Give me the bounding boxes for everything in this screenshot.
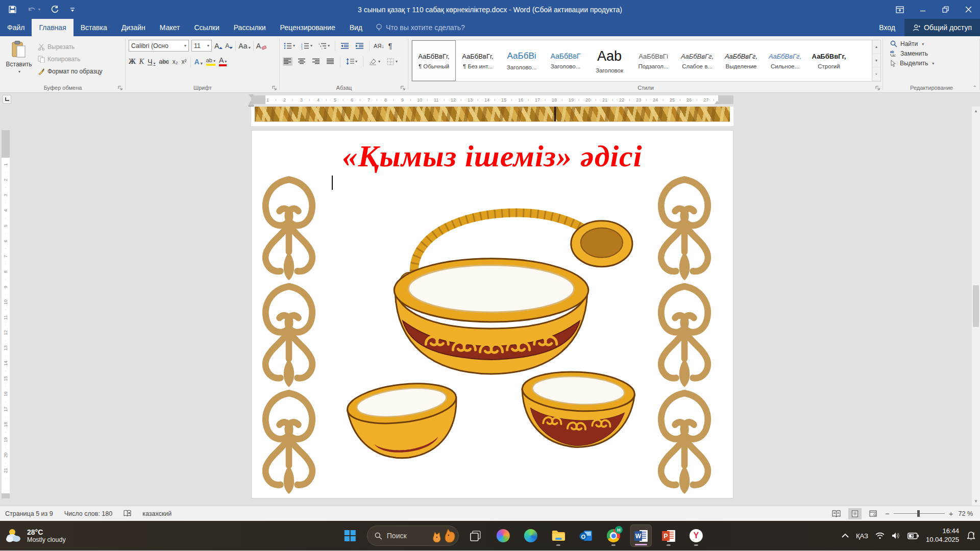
cut-button[interactable]: Вырезать: [38, 42, 103, 52]
decrease-indent-button[interactable]: [339, 41, 350, 51]
scroll-down-button[interactable]: ▼: [972, 497, 980, 506]
style-heading1[interactable]: АаБбВіЗаголово...: [500, 40, 544, 81]
paragraph-dialog-launcher[interactable]: [401, 86, 406, 91]
format-painter-button[interactable]: Формат по образцу: [38, 66, 103, 77]
language-indicator[interactable]: казахский: [142, 510, 172, 517]
zoom-thumb[interactable]: [917, 510, 920, 517]
customize-qat-button[interactable]: [69, 7, 76, 13]
style-emphasis[interactable]: АаБбВвГг,Выделение: [719, 40, 763, 81]
taskbar-app-copilot[interactable]: [493, 524, 514, 547]
tab-selector[interactable]: [3, 95, 11, 104]
style-strong[interactable]: АаБбВвГг,Строгий: [807, 40, 851, 81]
tab-review[interactable]: Рецензирование: [273, 19, 342, 36]
horizontal-ruler[interactable]: 1· ı ·2· ı ·3· ı ·4· ı ·5· ı ·6· ı ·7· ı…: [251, 95, 733, 104]
clipboard-dialog-launcher[interactable]: [118, 86, 123, 91]
right-indent-marker[interactable]: [715, 101, 720, 104]
taskbar-search[interactable]: Поиск: [367, 525, 459, 546]
battery-icon[interactable]: [908, 533, 919, 539]
strikethrough-button[interactable]: abc: [159, 58, 169, 65]
scrollbar-thumb[interactable]: [973, 285, 979, 327]
zoom-track[interactable]: [894, 513, 945, 514]
find-button[interactable]: Найти ▾: [890, 40, 978, 47]
wifi-icon[interactable]: [875, 532, 885, 539]
tab-layout[interactable]: Макет: [153, 19, 187, 36]
tab-references[interactable]: Ссылки: [187, 19, 226, 36]
word-count[interactable]: Число слов: 180: [64, 510, 113, 517]
increase-indent-button[interactable]: [354, 41, 365, 51]
vertical-ruler[interactable]: 1·2·3·4·5·6·7·8·9·10·11·12·13·14·15·16·1…: [2, 130, 10, 498]
subscript-button[interactable]: x₂: [173, 58, 178, 65]
copy-button[interactable]: Копировать: [38, 54, 103, 64]
close-button[interactable]: [957, 0, 980, 19]
collapse-ribbon-button[interactable]: ⌃: [973, 85, 977, 90]
scroll-up-button[interactable]: ▲: [972, 107, 980, 115]
share-button[interactable]: Общий доступ: [904, 19, 980, 36]
show-marks-button[interactable]: ¶: [388, 42, 393, 50]
taskbar-app-explorer[interactable]: [548, 524, 569, 547]
hanging-indent-marker[interactable]: [249, 101, 254, 104]
grow-font-button[interactable]: А: [214, 42, 223, 50]
bullets-button[interactable]: ▾: [283, 41, 296, 51]
restore-button[interactable]: [934, 0, 957, 19]
taskbar-app-chrome[interactable]: H: [603, 524, 624, 547]
vertical-scrollbar[interactable]: ▲ ▼: [971, 107, 980, 506]
styles-scroll-up[interactable]: ▲: [872, 40, 880, 54]
font-size-select[interactable]: 11 ▾: [191, 40, 212, 52]
line-spacing-button[interactable]: ▾: [345, 57, 358, 66]
align-right-button[interactable]: [311, 57, 321, 66]
minimize-button[interactable]: [911, 0, 934, 19]
font-dialog-launcher[interactable]: [272, 86, 277, 91]
align-left-button[interactable]: [283, 57, 292, 66]
ribbon-display-options-button[interactable]: [888, 0, 911, 19]
undo-button[interactable]: ▾: [27, 6, 40, 14]
tab-file[interactable]: Файл: [0, 19, 32, 36]
italic-button[interactable]: К: [139, 58, 144, 66]
zoom-out-button[interactable]: −: [885, 509, 890, 518]
tray-chevron-icon[interactable]: [842, 533, 849, 538]
zoom-in-button[interactable]: +: [949, 509, 953, 518]
zoom-percentage[interactable]: 72 %: [959, 510, 973, 517]
underline-button[interactable]: Ч▾: [148, 58, 155, 66]
notification-bell-icon[interactable]: z: [966, 531, 976, 541]
multilevel-list-button[interactable]: 1ai▾: [317, 41, 331, 51]
weather-widget[interactable]: 28°C Mostly cloudy: [5, 528, 66, 544]
shading-button[interactable]: ▾: [368, 57, 381, 66]
style-heading2[interactable]: АаБбВвГЗаголово...: [544, 40, 587, 81]
save-button[interactable]: [8, 5, 17, 14]
sign-in-button[interactable]: Вход: [870, 19, 904, 36]
kymyz-bowls-image[interactable]: [337, 195, 652, 479]
volume-icon[interactable]: [892, 532, 900, 539]
tab-insert[interactable]: Вставка: [74, 19, 114, 36]
start-button[interactable]: [339, 524, 361, 547]
superscript-button[interactable]: x²: [182, 58, 187, 65]
style-subtle-emphasis[interactable]: АаБбВвГг,Слабое в...: [675, 40, 719, 81]
numbering-button[interactable]: 123▾: [300, 41, 313, 51]
change-case-button[interactable]: Аа▾: [238, 42, 250, 50]
tab-design[interactable]: Дизайн: [114, 19, 153, 36]
sort-button[interactable]: АЯ↓: [374, 43, 384, 49]
task-view-button[interactable]: [465, 524, 486, 547]
redo-button[interactable]: [51, 5, 59, 14]
taskbar-app-yandex[interactable]: Y: [685, 524, 707, 547]
shrink-font-button[interactable]: А: [225, 42, 233, 49]
proofing-error-icon[interactable]: [124, 510, 131, 517]
taskbar-app-edge[interactable]: [520, 524, 542, 547]
align-center-button[interactable]: [297, 57, 307, 66]
style-no-spacing[interactable]: АаБбВвГг,¶ Без инт...: [456, 40, 500, 81]
styles-dialog-launcher[interactable]: [875, 86, 880, 91]
tab-home[interactable]: Главная: [32, 19, 73, 36]
keyboard-language[interactable]: ҚАЗ: [856, 532, 868, 540]
tab-view[interactable]: Вид: [342, 19, 370, 36]
style-title[interactable]: AabЗаголовок: [587, 40, 631, 81]
borders-button[interactable]: ▾: [386, 57, 399, 66]
taskbar-app-powerpoint[interactable]: P: [658, 524, 679, 547]
bold-button[interactable]: Ж: [129, 58, 136, 66]
page-indicator[interactable]: Страница 5 из 9: [5, 510, 53, 517]
tell-me-box[interactable]: Что вы хотите сделать?: [370, 19, 471, 36]
document-title-text[interactable]: «Қымыз ішеміз» әдісі: [252, 139, 733, 174]
styles-more-button[interactable]: ⩛: [872, 67, 880, 81]
document-page[interactable]: «Қымыз ішеміз» әдісі: [251, 130, 733, 498]
font-family-select[interactable]: Calibri (Осно ▾: [129, 40, 189, 52]
highlight-button[interactable]: ab▾: [206, 57, 215, 65]
read-mode-button[interactable]: [830, 508, 843, 519]
